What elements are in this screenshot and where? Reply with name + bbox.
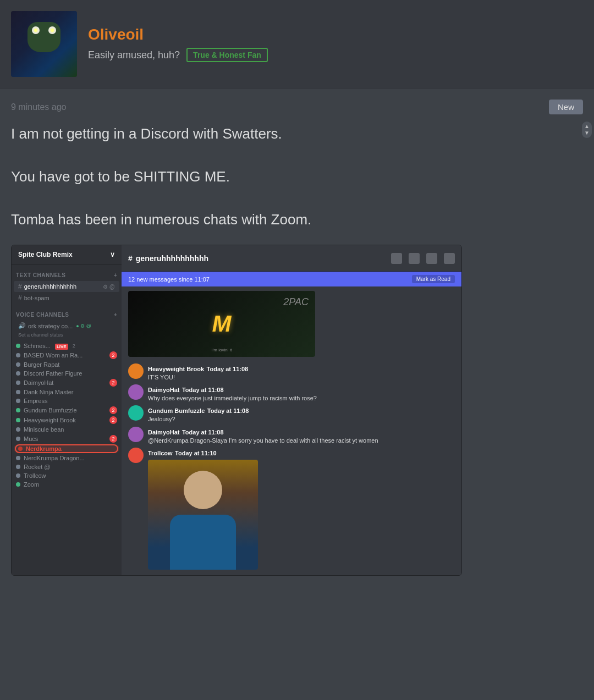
msg-avatar-gundum: [128, 405, 144, 421]
discord-message-2: DaimyoHat Today at 11:08 Why does everyo…: [128, 384, 455, 402]
sidebar-user-schmes: Schmes... LIVE 2: [12, 341, 122, 350]
discord-topbar: # generuhhhhhhhhhh: [122, 245, 461, 272]
speaker-icon: 🔊: [18, 322, 26, 329]
mcd-arch-icon: M: [212, 311, 232, 337]
scroll-indicator[interactable]: ▲ ▼: [582, 122, 592, 138]
sidebar-user-nerdkrumpa-highlighted: Nerdkrumpa: [14, 444, 119, 453]
discord-message-1: Heavyweight Brook Today at 11:08 IT'S YO…: [128, 363, 455, 381]
user-badge: True & Honest Fan: [186, 48, 268, 62]
mcd-image-embed: M 2PAC I'm lovin' it: [128, 291, 315, 357]
msg-avatar-heavyweight: [128, 363, 144, 379]
sidebar-user-mucs: Mucs 2: [12, 434, 122, 444]
post-line-2: You have got to be SHITTING ME.: [11, 168, 230, 185]
msg-time-2: Today at 11:08: [182, 387, 224, 393]
scroll-up-icon[interactable]: ▲: [584, 124, 590, 129]
new-badge: New: [549, 100, 583, 114]
post-header: Oliveoil Easily amused, huh? True & Hone…: [0, 0, 594, 89]
sidebar-user-gundum: Gundum Bumfuzzle 2: [12, 405, 122, 415]
msg-author-5: Trollcow: [148, 450, 173, 456]
post-line-1: I am not getting in a Discord with Swatt…: [11, 125, 282, 142]
avatar: [11, 11, 77, 77]
user-dot: [16, 465, 20, 469]
post-meta: 9 minutes ago New: [11, 100, 583, 114]
top-icon-4[interactable]: [444, 253, 455, 264]
channel-hash-icon: #: [18, 283, 22, 290]
tagline: Easily amused, huh?: [88, 49, 180, 61]
user-dot: [16, 371, 20, 376]
username: Oliveoil: [88, 26, 268, 43]
discord-screenshot: Spite Club Remix ∨ TEXT CHANNELS + # gen…: [11, 245, 462, 576]
tagline-row: Easily amused, huh? True & Honest Fan: [88, 48, 268, 62]
person-head-shape: [184, 471, 222, 509]
top-icon-1[interactable]: [391, 253, 402, 264]
msg-content-4: DaimyoHat Today at 11:08 @NerdKrumpa Dra…: [148, 427, 455, 444]
sidebar-user-empress: Empress: [12, 396, 122, 405]
user-dot: [16, 399, 20, 403]
msg-author-2: DaimyoHat: [148, 387, 179, 393]
mcd-slogan-text: I'm lovin' it: [212, 348, 232, 352]
server-name: Spite Club Remix ∨: [12, 245, 122, 264]
msg-author-4: DaimyoHat: [148, 429, 179, 436]
msg-author-3: Gundum Bumfuzzle: [148, 407, 205, 414]
discord-main: # generuhhhhhhhhhh 12 new messages since: [122, 245, 461, 575]
msg-content-1: Heavyweight Brook Today at 11:08 IT'S YO…: [148, 363, 455, 381]
msg-avatar-daimyohat: [128, 384, 144, 400]
sidebar-user-based: BASED Wom an Ra... 2: [12, 350, 122, 360]
msg-text-4: @NerdKrumpa Dragon-Slaya I'm sorry you h…: [148, 437, 455, 444]
sidebar-user-zoom: Zoom: [12, 480, 122, 489]
sidebar-user-heavyweight: Heavyweight Brook 2: [12, 415, 122, 425]
discord-message-5: Trollcow Today at 11:10: [128, 448, 455, 570]
post-container: Oliveoil Easily amused, huh? True & Hone…: [0, 0, 594, 603]
sidebar-user-rocket: Rocket @: [12, 462, 122, 471]
user-dot: [18, 447, 23, 451]
notification-text: 12 new messages since 11:07: [128, 276, 210, 283]
sidebar-user-daimyohat: DaimyoHat 2: [12, 378, 122, 388]
voice-channel-1[interactable]: 🔊 ork strategy co... ● ⚙ @: [14, 321, 119, 331]
discord-message-3: Gundum Bumfuzzle Today at 11:08 Jealousy…: [128, 405, 455, 423]
user-dot: [16, 362, 20, 367]
user-dot: [16, 482, 20, 487]
voice-channels-header: VOICE CHANNELS +: [12, 304, 122, 320]
msg-avatar-daimyohat-2: [128, 427, 144, 442]
set-channel-status: Set a channel status: [12, 332, 122, 338]
avatar-face: [11, 11, 77, 77]
user-dot: [16, 390, 20, 394]
sidebar-user-dank: Dank Ninja Master: [12, 388, 122, 396]
avatar-eye-left: [32, 26, 40, 34]
text-channels-header: TEXT CHANNELS +: [12, 264, 122, 280]
sidebar-user-burger: Burger Rapat: [12, 360, 122, 369]
channel-name-top: # generuhhhhhhhhhh: [128, 254, 208, 263]
msg-avatar-trollcow: [128, 448, 144, 463]
user-dot: [16, 473, 20, 478]
discord-window: Spite Club Remix ∨ TEXT CHANNELS + # gen…: [12, 245, 461, 575]
msg-time-4: Today at 11:08: [182, 429, 224, 436]
discord-message-4: DaimyoHat Today at 11:08 @NerdKrumpa Dra…: [128, 427, 455, 444]
person-photo: [148, 460, 258, 570]
channel-generuh[interactable]: # generuhhhhhhhhhh ⚙ @: [14, 281, 119, 292]
user-dot: [16, 418, 20, 422]
msg-text-2: Why does everyone just immediately jump …: [148, 394, 455, 402]
msg-text-1: IT'S YOU!: [148, 373, 455, 381]
msg-author-1: Heavyweight Brook: [148, 366, 204, 372]
mark-read-button[interactable]: Mark as Read: [412, 275, 455, 283]
sidebar-user-discord-father: Discord Father Figure: [12, 369, 122, 378]
user-dot: [16, 381, 20, 385]
msg-content-3: Gundum Bumfuzzle Today at 11:08 Jealousy…: [148, 405, 455, 423]
hash-icon: #: [128, 254, 133, 263]
top-icon-3[interactable]: [426, 253, 437, 264]
notification-bar: 12 new messages since 11:07 Mark as Read: [122, 272, 461, 286]
person-body-shape: [170, 515, 236, 570]
msg-text-3: Jealousy?: [148, 415, 455, 423]
msg-time-3: Today at 11:08: [207, 407, 249, 414]
msg-time-1: Today at 11:08: [207, 366, 249, 372]
scroll-down-icon[interactable]: ▼: [584, 130, 590, 136]
channel-hash-icon-2: #: [18, 294, 22, 302]
discord-sidebar: Spite Club Remix ∨ TEXT CHANNELS + # gen…: [12, 245, 122, 575]
timestamp: 9 minutes ago: [11, 102, 67, 112]
post-body: 9 minutes ago New ▲ ▼ I am not getting i…: [0, 89, 594, 576]
avatar-eyes: [32, 26, 56, 34]
header-info: Oliveoil Easily amused, huh? True & Hone…: [88, 26, 268, 62]
top-icon-2[interactable]: [409, 253, 420, 264]
channel-botspam[interactable]: # bot-spam: [14, 293, 119, 304]
discord-messages: M 2PAC I'm lovin' it Heavyweight Brook T…: [122, 286, 461, 575]
